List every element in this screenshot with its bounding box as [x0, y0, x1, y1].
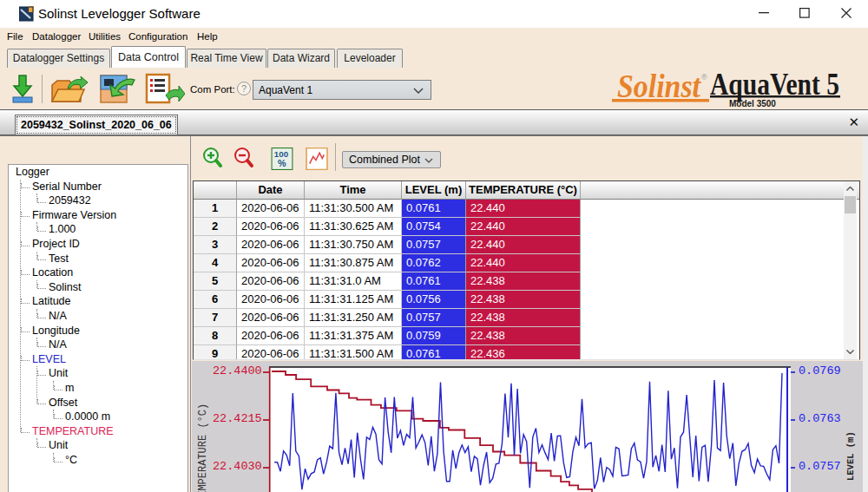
svg-text:®: ® — [701, 73, 707, 82]
svg-text:Solinst: Solinst — [617, 69, 702, 104]
svg-text:%: % — [278, 158, 286, 168]
svg-text:Model 3500: Model 3500 — [729, 99, 776, 108]
